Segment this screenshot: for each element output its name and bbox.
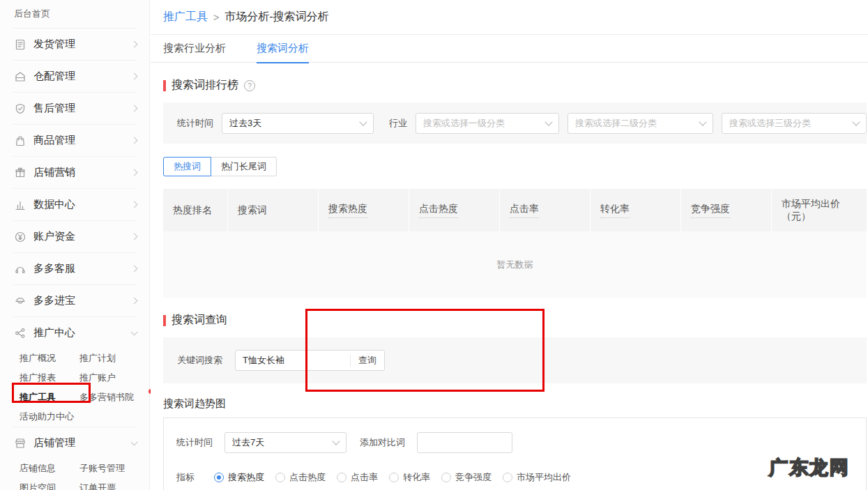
ranking-filter-bar: 统计时间 过去3天 行业 搜索或选择一级分类 搜索或选择二级分类 搜索或选择三级… — [163, 102, 867, 144]
trend-time-select[interactable]: 过去7天 — [224, 432, 347, 453]
radio-click-heat[interactable]: 点击热度 — [275, 471, 326, 484]
sidebar-item-service[interactable]: 多多客服 — [0, 253, 149, 284]
sidebar-subitem-activity-center[interactable]: 活动助力中心 — [20, 407, 79, 427]
sidebar-item-label: 商品管理 — [33, 134, 132, 147]
chevron-right-icon — [131, 169, 138, 176]
time-range-select[interactable]: 过去3天 — [222, 113, 374, 134]
title-accent-bar — [163, 315, 166, 326]
sidebar-subitem-promo-plan[interactable]: 推广计划 — [79, 349, 149, 368]
longtail-words-button[interactable]: 热门长尾词 — [211, 157, 277, 176]
sidebar-subitem-promo-overview[interactable]: 推广概况 — [20, 349, 79, 368]
radio-icon — [441, 473, 451, 482]
category-level2-placeholder: 搜索或选择二级分类 — [575, 117, 700, 130]
tab-industry-analysis[interactable]: 搜索行业分析 — [163, 35, 226, 63]
chevron-down-icon — [852, 118, 860, 125]
sidebar-subitem-promo-report[interactable]: 推广报表 — [20, 368, 79, 388]
radio-selected-icon — [214, 473, 224, 482]
radio-icon — [503, 473, 512, 482]
sidebar-item-label: 售后管理 — [33, 102, 132, 115]
radio-cvr[interactable]: 转化率 — [389, 471, 430, 484]
sidebar-item-datacenter[interactable]: 数据中心 — [0, 189, 149, 220]
radio-competition[interactable]: 竞争强度 — [441, 471, 492, 484]
sidebar-item-marketing[interactable]: 店铺营销 — [0, 157, 149, 188]
radio-avg-bid[interactable]: 市场平均出价 — [503, 471, 571, 484]
breadcrumb-separator: > — [213, 12, 219, 23]
radio-ctr[interactable]: 点击率 — [337, 471, 378, 484]
chevron-right-icon — [131, 105, 138, 112]
warehouse-icon — [14, 70, 26, 83]
category-level3-select[interactable]: 搜索或选择三级分类 — [722, 113, 867, 134]
sidebar-subitem-image-space[interactable]: 图片空间 — [20, 478, 79, 490]
shop-manage-submenu: 店铺信息 子账号管理 图片空间 订单开票 — [0, 459, 149, 490]
ranking-section-title: 搜索词排行榜 ? — [163, 78, 868, 93]
radio-icon — [275, 473, 285, 482]
treasure-icon — [14, 295, 26, 307]
chevron-down-icon — [699, 118, 706, 125]
trend-time-label: 统计时间 — [176, 436, 213, 449]
sidebar-item-label: 店铺管理 — [33, 436, 132, 450]
col-header-click-heat: 点击热度 — [409, 189, 499, 231]
share-icon — [14, 327, 26, 339]
trend-time-value: 过去7天 — [232, 436, 333, 449]
radio-icon — [389, 473, 399, 482]
keyword-input-group: 查询 — [235, 350, 385, 371]
sidebar-subitem-subaccount[interactable]: 子账号管理 — [79, 459, 149, 478]
sidebar-item-shop-manage[interactable]: 店铺管理 — [0, 427, 149, 459]
col-header-search-heat: 搜索热度 — [318, 189, 409, 231]
sidebar-item-warehouse[interactable]: 仓配管理 — [0, 61, 149, 92]
sidebar-subitem-promo-tools[interactable]: 推广工具 — [20, 388, 79, 407]
category-level2-select[interactable]: 搜索或选择二级分类 — [568, 113, 713, 134]
radio-search-heat[interactable]: 搜索热度 — [214, 471, 264, 484]
category-level1-select[interactable]: 搜索或选择一级分类 — [416, 113, 559, 134]
keyword-search-input[interactable] — [236, 351, 350, 370]
hot-words-button[interactable]: 热搜词 — [163, 157, 211, 176]
title-accent-bar — [163, 80, 166, 91]
sidebar-item-funds[interactable]: 账户资金 — [0, 221, 149, 252]
chevron-down-icon — [545, 118, 552, 125]
breadcrumb-current: 市场分析-搜索词分析 — [224, 10, 328, 24]
headset-icon — [14, 263, 26, 275]
bag-icon — [14, 135, 26, 147]
sidebar-item-shipping[interactable]: 发货管理 — [0, 29, 149, 60]
chevron-right-icon — [131, 266, 138, 273]
ranking-table: 热度排名 搜索词 搜索热度 点击热度 点击率 转化率 竞争强度 市场平均出价 （… — [163, 189, 867, 298]
chevron-right-icon — [131, 298, 138, 305]
keyword-search-label: 关键词搜索 — [177, 354, 222, 367]
section-title-text: 搜索词查询 — [172, 313, 227, 328]
time-filter-label: 统计时间 — [177, 117, 213, 130]
chevron-right-icon — [131, 41, 138, 48]
sidebar-subitem-shop-info[interactable]: 店铺信息 — [20, 459, 79, 478]
sidebar-subitem-invoice[interactable]: 订单开票 — [79, 478, 149, 490]
sidebar-item-promo-center[interactable]: 推广中心 — [0, 317, 149, 349]
breadcrumb-parent-link[interactable]: 推广工具 — [163, 10, 208, 24]
word-type-toggle: 热搜词 热门长尾词 — [163, 157, 868, 176]
sidebar-subitem-marketing-academy[interactable]: 多多营销书院 — [79, 388, 149, 407]
query-button[interactable]: 查询 — [351, 351, 384, 370]
yuan-icon — [14, 231, 26, 243]
document-icon — [14, 38, 26, 51]
industry-filter-label: 行业 — [389, 117, 407, 130]
query-section-title: 搜索词查询 — [163, 313, 868, 328]
table-empty-state: 暂无数据 — [163, 231, 867, 298]
help-icon[interactable]: ? — [244, 80, 255, 91]
col-header-competition: 竞争强度 — [680, 189, 771, 231]
chevron-right-icon — [131, 73, 138, 80]
sidebar-item-label: 多多进宝 — [33, 294, 132, 307]
compare-word-input[interactable] — [417, 432, 512, 453]
category-level1-placeholder: 搜索或选择一级分类 — [423, 117, 546, 130]
section-title-text: 搜索词排行榜 — [172, 78, 238, 93]
table-header-row: 热度排名 搜索词 搜索热度 点击热度 点击率 转化率 竞争强度 市场平均出价 （… — [163, 189, 867, 231]
trend-section-title: 搜索词趋势图 — [163, 397, 868, 411]
tab-keyword-analysis[interactable]: 搜索词分析 — [257, 35, 309, 63]
shop-icon — [14, 437, 26, 450]
sidebar-item-aftersale[interactable]: 售后管理 — [0, 93, 149, 124]
sidebar-subitem-promo-account[interactable]: 推广账户 — [79, 368, 149, 388]
chart-icon — [14, 199, 26, 211]
chevron-down-icon — [332, 437, 340, 445]
sidebar-item-goods[interactable]: 商品管理 — [0, 125, 149, 156]
sidebar-item-jinbao[interactable]: 多多进宝 — [0, 285, 149, 316]
breadcrumb: 推广工具 > 市场分析-搜索词分析 — [151, 0, 868, 35]
gift-icon — [14, 167, 26, 179]
sidebar-item-home[interactable]: 后台首页 — [0, 0, 149, 28]
sidebar-item-label: 发货管理 — [33, 38, 132, 51]
